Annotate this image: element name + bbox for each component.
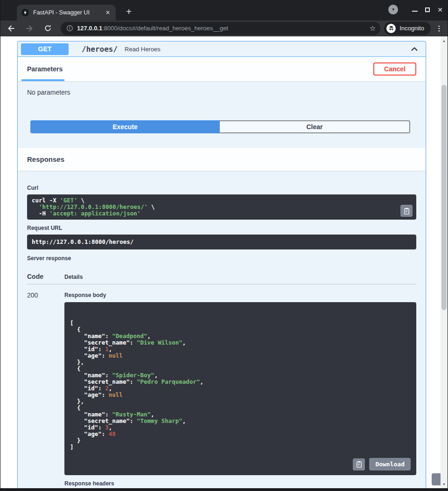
method-badge: GET <box>21 43 69 55</box>
opblock-get-heroes: GET /heroes/ Read Heroes Parameters Canc… <box>17 41 426 488</box>
parameters-tab-label: Parameters <box>27 65 63 73</box>
request-url-value: http://127.0.0.1:8000/heroes/ <box>27 235 416 249</box>
url-path: :8000/docs#/default/read_heroes_heroes__… <box>102 25 228 32</box>
browser-window: FastAPI - Swagger UI ✕ + ▼ ✕ 127.0.0.1:8… <box>0 0 448 491</box>
tab-search-chevron-icon[interactable]: ▼ <box>388 5 398 14</box>
page-content: GET /heroes/ Read Heroes Parameters Canc… <box>0 36 448 488</box>
endpoint-summary: Read Heroes <box>125 46 410 53</box>
response-details: Response body [ { "name": "Deadpond", "s… <box>64 291 416 488</box>
response-row-200: 200 Response body [ { "name": "Deadpond"… <box>27 284 416 488</box>
parameters-tab-underline <box>21 79 64 81</box>
response-headers-label: Response headers <box>64 480 416 487</box>
execute-button[interactable]: Execute <box>30 120 220 133</box>
responses-body: Curl curl -X 'GET' \ 'http://127.0.0.1:8… <box>18 171 426 488</box>
curl-label: Curl <box>27 185 416 191</box>
status-code: 200 <box>27 291 64 488</box>
maximize-icon[interactable] <box>425 7 430 12</box>
response-body-label: Response body <box>64 292 416 298</box>
reload-icon[interactable] <box>42 22 54 35</box>
scroll-up-icon[interactable]: ▲ <box>441 37 448 44</box>
incognito-icon <box>386 24 396 33</box>
window-controls: ▼ ✕ <box>388 5 443 14</box>
execute-row: Execute Clear <box>30 120 410 133</box>
no-parameters-text: No parameters <box>27 89 426 96</box>
details-column-header: Details <box>64 274 416 280</box>
browser-menu-kebab-icon[interactable]: ⋮ <box>435 24 443 33</box>
scroll-down-icon[interactable]: ▼ <box>441 481 448 487</box>
response-body-json: [ { "name": "Deadpond", "secret_name": "… <box>64 302 416 475</box>
tab-close-icon[interactable]: ✕ <box>104 8 112 17</box>
clear-button[interactable]: Clear <box>220 120 410 133</box>
curl-command: curl -X 'GET' \ 'http://127.0.0.1:8000/h… <box>27 194 416 220</box>
address-bar[interactable]: 127.0.0.1:8000/docs#/default/read_heroes… <box>61 22 380 35</box>
url-text: 127.0.0.1:8000/docs#/default/read_heroes… <box>77 25 366 32</box>
back-icon[interactable] <box>5 22 17 35</box>
scrollbar-thumb[interactable] <box>441 85 447 310</box>
page-scrollbar[interactable]: ▲ ▼ <box>441 36 448 488</box>
copy-response-button[interactable] <box>353 458 365 470</box>
bookmark-star-icon[interactable]: ☆ <box>370 24 376 33</box>
url-host: 127.0.0.1 <box>77 25 102 32</box>
incognito-badge: Incognito <box>384 22 431 35</box>
code-column-header: Code <box>27 273 64 280</box>
window-bottom-edge <box>0 488 448 491</box>
curl-copy-button[interactable] <box>400 205 413 217</box>
response-table-header: Code Details <box>27 267 416 284</box>
close-window-icon[interactable]: ✕ <box>437 7 443 13</box>
parameters-header: Parameters Cancel <box>18 57 426 81</box>
site-info-icon[interactable] <box>66 25 73 32</box>
swagger-page: GET /heroes/ Read Heroes Parameters Canc… <box>0 36 441 488</box>
response-body-code: [ { "name": "Deadpond", "secret_name": "… <box>70 320 411 450</box>
fastapi-favicon-icon <box>21 9 29 16</box>
forward-icon[interactable] <box>23 22 35 35</box>
tab-title: FastAPI - Swagger UI <box>33 9 104 16</box>
parameters-body: No parameters Execute Clear <box>18 81 426 148</box>
collapse-chevron-icon[interactable] <box>410 44 419 54</box>
new-tab-button[interactable]: + <box>122 6 135 19</box>
cancel-button[interactable]: Cancel <box>373 62 416 76</box>
request-url-label: Request URL <box>27 225 416 231</box>
browser-toolbar: 127.0.0.1:8000/docs#/default/read_heroes… <box>0 21 448 36</box>
download-button[interactable]: Download <box>369 458 411 470</box>
browser-tab[interactable]: FastAPI - Swagger UI ✕ <box>17 5 116 21</box>
opblock-summary[interactable]: GET /heroes/ Read Heroes <box>18 41 426 57</box>
responses-title: Responses <box>27 155 64 163</box>
tab-strip: FastAPI - Swagger UI ✕ + ▼ ✕ <box>0 0 448 21</box>
response-body-actions: Download <box>353 458 411 470</box>
minimize-icon[interactable] <box>412 11 418 12</box>
endpoint-path: /heroes/ <box>82 45 118 54</box>
curl-copy-button[interactable] <box>432 473 441 485</box>
responses-header: Responses <box>18 148 426 171</box>
server-response-label: Server response <box>27 255 416 262</box>
incognito-label: Incognito <box>399 25 424 32</box>
